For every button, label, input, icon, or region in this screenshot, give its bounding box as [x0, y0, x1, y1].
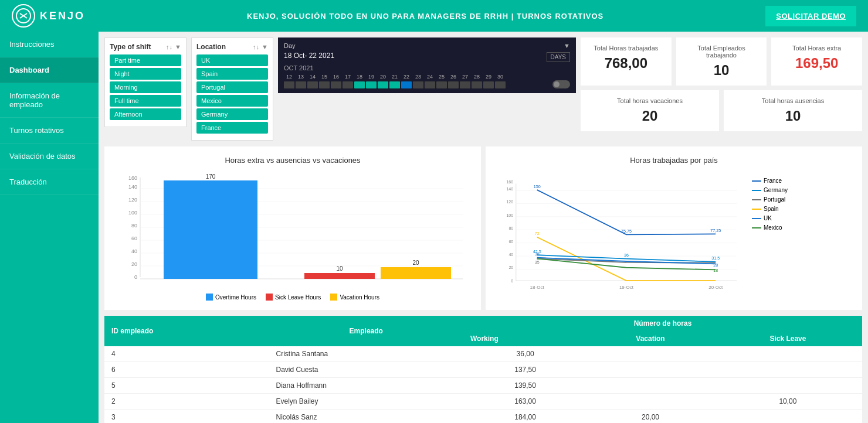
svg-text:150: 150 [534, 185, 541, 189]
day-bar-30[interactable] [495, 81, 506, 88]
stat-empleados-value: 10 [686, 62, 758, 79]
shift-chip-morning[interactable]: Morning [110, 81, 181, 93]
shift-chip-afternoon[interactable]: Afternoon [110, 108, 181, 120]
location-chip-mexico[interactable]: Mexico [196, 95, 268, 107]
row-sick: 10,00 [714, 394, 862, 410]
location-chip-france[interactable]: France [196, 122, 268, 134]
content-area: Type of shift ↑↓ ▼ Part time Night Morni… [99, 32, 868, 423]
shift-chip-fulltime[interactable]: Full time [110, 95, 181, 107]
shift-chip-parttime[interactable]: Part time [110, 54, 181, 66]
svg-text:100: 100 [506, 213, 513, 218]
sidebar-item-turnos[interactable]: Turnos rotativos [0, 118, 99, 144]
bar-chart-svg: 0 20 40 60 80 100 120 140 160 [114, 172, 472, 289]
day-bar-24[interactable] [425, 81, 435, 88]
sidebar-item-informacion[interactable]: Información de empleado [0, 83, 99, 118]
location-chip-portugal[interactable]: Portugal [196, 81, 268, 93]
overtime-bar [164, 180, 257, 279]
row-working: 163,00 [463, 394, 587, 410]
day-bar-17[interactable] [343, 81, 353, 88]
stat-extra-label: Total Horas extra [781, 45, 853, 52]
day-toggle[interactable] [552, 80, 570, 88]
stat-extra-value: 169,50 [781, 55, 853, 71]
top-bar: KENJO KENJO, SOLUCIÓN TODO EN UNO PARA M… [0, 0, 868, 32]
day-bar-13[interactable] [296, 81, 306, 88]
logo-area: KENJO [12, 4, 85, 28]
row-vacation [587, 362, 714, 378]
charts-row: Horas extra vs ausencias vs vacaciones 0… [104, 146, 862, 310]
sort-icon[interactable]: ↑↓ [166, 43, 172, 50]
shift-chip-night[interactable]: Night [110, 68, 181, 80]
day-bar-14[interactable] [307, 81, 318, 88]
shift-filter-panel: Type of shift ↑↓ ▼ Part time Night Morni… [104, 37, 187, 127]
stat-horas-trabajadas: Total Horas trabajadas 768,00 [581, 37, 672, 86]
row-working: 137,50 [463, 362, 587, 378]
solicitar-demo-button[interactable]: SOLICITAR DEMO [765, 6, 856, 26]
day-bar-27[interactable] [460, 81, 470, 88]
stat-vacaciones: Total horas vacaciones 20 [581, 90, 719, 131]
row-working: 36,00 [463, 346, 587, 362]
location-filter-icons[interactable]: ↑↓ ▼ [253, 43, 268, 50]
day-bar-15[interactable] [319, 81, 330, 88]
filter-icon-loc[interactable]: ▼ [262, 43, 268, 50]
col-id: ID empleado [104, 316, 269, 346]
col-working: Working [463, 331, 587, 346]
svg-text:18: 18 [713, 268, 718, 273]
legend-portugal: Portugal [764, 196, 785, 203]
day-bar-26[interactable] [448, 81, 459, 88]
days-button[interactable]: DAYS [547, 52, 571, 62]
shift-filter-icons[interactable]: ↑↓ ▼ [166, 43, 181, 50]
day-bar-22[interactable] [401, 81, 412, 88]
filter-icon[interactable]: ▼ [175, 43, 181, 50]
bar-chart-legend: Overtime Hours Sick Leave Hours Vacation… [114, 294, 472, 301]
day-bar-21[interactable] [389, 81, 400, 88]
day-bar-28[interactable] [472, 81, 482, 88]
sidebar-item-instrucciones[interactable]: Instrucciones [0, 32, 99, 57]
sidebar-item-validacion[interactable]: Validación de datos [0, 144, 99, 169]
day-bar-29[interactable] [483, 81, 494, 88]
day-bar-23[interactable] [413, 81, 423, 88]
legend-spain: Spain [764, 206, 779, 212]
svg-text:19-Oct: 19-Oct [619, 285, 634, 290]
location-filter-panel: Location ↑↓ ▼ UK Spain Portugal Mexico G… [191, 37, 273, 141]
filter-row: Type of shift ↑↓ ▼ Part time Night Morni… [104, 37, 862, 141]
svg-text:40: 40 [131, 248, 137, 254]
row-sick [714, 378, 862, 394]
stat-horas-value: 768,00 [590, 55, 662, 71]
svg-text:170: 170 [206, 173, 216, 180]
day-bar-16[interactable] [331, 81, 341, 88]
row-vacation: 20,00 [587, 410, 714, 424]
sidebar-item-dashboard[interactable]: Dashboard [0, 57, 99, 83]
stat-empleados-label: Total Empleados trabajando [686, 45, 758, 59]
col-hours-group: Número de horas [463, 316, 862, 331]
shift-filter-header: Type of shift ↑↓ ▼ [110, 43, 181, 51]
vacation-bar [381, 267, 451, 279]
location-chip-uk[interactable]: UK [196, 54, 268, 66]
day-filter-icon[interactable]: ▼ [564, 42, 570, 49]
row-name: Cristina Santana [269, 346, 463, 362]
day-bar-25[interactable] [436, 81, 447, 88]
svg-text:75,75: 75,75 [621, 229, 632, 234]
employee-table-panel: ID empleado Empleado Número de horas Wor… [104, 316, 862, 423]
sidebar-item-traduccion[interactable]: Traducción [0, 169, 99, 195]
sort-icon-loc[interactable]: ↑↓ [253, 43, 259, 50]
row-id: 2 [104, 394, 269, 410]
logo-text: KENJO [40, 10, 85, 22]
day-bar-19[interactable] [366, 81, 377, 88]
line-france [537, 190, 716, 234]
svg-text:31,5: 31,5 [711, 256, 720, 261]
day-filter-panel: Day ▼ 18 Oct- 22 2021 DAYS OCT 2021 12 1… [278, 37, 576, 93]
location-chip-spain[interactable]: Spain [196, 68, 268, 80]
day-bar-20[interactable] [378, 81, 388, 88]
day-bar-12[interactable] [284, 81, 294, 88]
svg-text:160: 160 [506, 180, 513, 185]
row-sick [714, 410, 862, 424]
day-bar-18[interactable] [354, 81, 365, 88]
location-filter-header: Location ↑↓ ▼ [196, 43, 268, 51]
svg-text:80: 80 [131, 223, 137, 228]
row-name: David Cuesta [269, 362, 463, 378]
stat-aus-label: Total horas ausencias [733, 97, 853, 104]
header-title: KENJO, SOLUCIÓN TODO EN UNO PARA MANAGER… [85, 12, 765, 21]
location-chip-germany[interactable]: Germany [196, 108, 268, 120]
row-id: 5 [104, 378, 269, 394]
row-sick [714, 346, 862, 362]
